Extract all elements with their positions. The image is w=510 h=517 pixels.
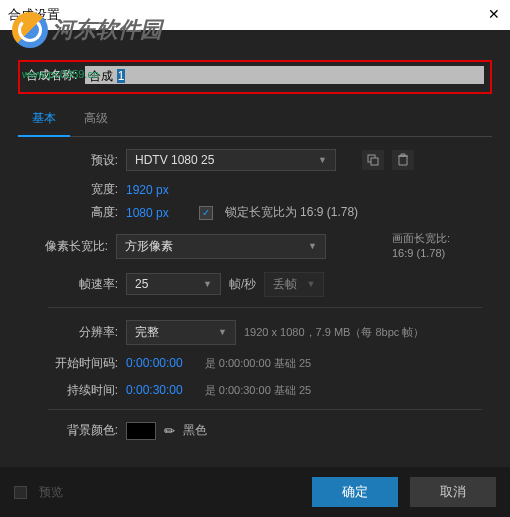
lock-aspect-checkbox[interactable]: ✓ [199,206,213,220]
save-preset-button[interactable] [362,150,384,170]
ok-button[interactable]: 确定 [312,477,398,507]
dropframe-select[interactable]: 丢帧▼ [264,272,324,297]
close-icon[interactable]: ✕ [488,6,500,22]
par-select[interactable]: 方形像素▼ [116,234,326,259]
preset-label: 预设: [48,152,118,169]
comp-name-label: www.pc0359.cn 合成名称: [26,67,77,84]
bgcolor-label: 背景颜色: [48,422,118,439]
highlight-box: www.pc0359.cn 合成名称: 合成 1 [18,60,492,94]
delete-preset-button[interactable] [392,150,414,170]
start-info: 是 0:00:00:00 基础 25 [205,356,311,371]
tabs: 基本 高级 [18,104,492,137]
bgcolor-swatch[interactable] [126,422,156,440]
fps-label: 帧速率: [48,276,118,293]
footer: 预览 确定 取消 [0,467,510,517]
chevron-down-icon: ▼ [218,327,227,337]
watermark: 河东软件园 [12,12,162,48]
tab-advanced[interactable]: 高级 [70,104,122,136]
resolution-label: 分辨率: [48,324,118,341]
preset-select[interactable]: HDTV 1080 25▼ [126,149,336,171]
fps-unit: 帧/秒 [229,276,256,293]
chevron-down-icon: ▼ [308,241,317,251]
frame-aspect-info: 画面长宽比: 16:9 (1.78) [392,231,482,262]
duration-input[interactable]: 0:00:30:00 [126,383,183,397]
preview-label: 预览 [39,484,63,501]
width-label: 宽度: [48,181,118,198]
logo-icon [12,12,48,48]
start-timecode-input[interactable]: 0:00:00:00 [126,356,183,370]
start-label: 开始时间码: [34,355,118,372]
preview-checkbox[interactable] [14,486,27,499]
fps-select[interactable]: 25▼ [126,273,221,295]
composition-settings-dialog: 合成设置 ✕ 河东软件园 www.pc0359.cn 合成名称: 合成 1 基本… [0,0,510,517]
width-input[interactable]: 1920 px [126,183,169,197]
bgcolor-name: 黑色 [183,422,207,439]
resolution-select[interactable]: 完整▼ [126,320,236,345]
resolution-info: 1920 x 1080，7.9 MB（每 8bpc 帧） [244,325,424,340]
height-input[interactable]: 1080 px [126,206,169,220]
par-label: 像素长宽比: [18,238,108,255]
eyedropper-icon[interactable]: ✎ [160,422,178,440]
tab-basic[interactable]: 基本 [18,104,70,137]
chevron-down-icon: ▼ [203,279,212,289]
watermark-url: www.pc0359.cn [22,68,99,80]
cancel-button[interactable]: 取消 [410,477,496,507]
chevron-down-icon: ▼ [306,279,315,289]
chevron-down-icon: ▼ [318,155,327,165]
watermark-text: 河东软件园 [52,15,162,45]
height-label: 高度: [48,204,118,221]
svg-rect-1 [371,158,378,165]
duration-label: 持续时间: [48,382,118,399]
duration-info: 是 0:00:30:00 基础 25 [205,383,311,398]
lock-aspect-label: 锁定长宽比为 16:9 (1.78) [225,204,358,221]
comp-name-input[interactable]: 合成 1 [85,66,484,84]
